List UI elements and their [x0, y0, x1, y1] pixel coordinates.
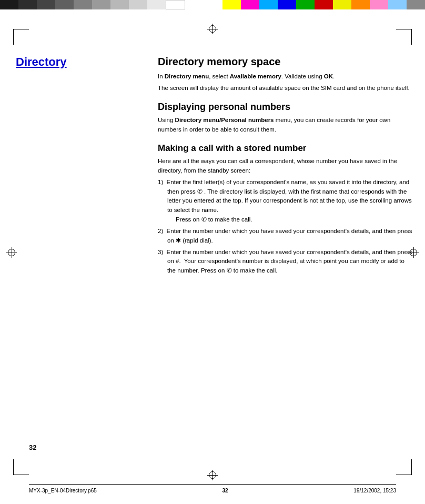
footer-date: 19/12/2002, 15:23 — [353, 488, 396, 493]
color-swatch — [241, 0, 259, 9]
color-swatch — [166, 0, 185, 9]
section-heading-stored: Making a call with a stored number — [158, 143, 414, 154]
corner-mark-br — [396, 459, 412, 475]
crosshair-bottom — [207, 470, 218, 480]
color-swatch — [110, 0, 129, 9]
color-swatch — [0, 0, 18, 9]
color-swatch — [147, 0, 166, 9]
color-swatch — [333, 0, 351, 9]
section-heading-memory: Directory memory space — [158, 55, 414, 68]
page-title: Directory — [16, 55, 67, 69]
color-bar — [0, 0, 425, 9]
color-swatch — [92, 0, 110, 9]
stored-intro: Here are all the ways you can call a cor… — [158, 157, 414, 176]
color-swatch — [315, 0, 333, 9]
color-swatch — [278, 0, 296, 9]
crosshair-left — [6, 247, 17, 258]
memory-para2: The screen will display the amount of av… — [158, 84, 414, 93]
color-swatch — [351, 0, 370, 9]
list-item-3: 3) Enter the number under which you have… — [158, 248, 414, 276]
list-item-1: 1) Enter the first letter(s) of your cor… — [158, 178, 414, 225]
list-item-2: 2) Enter the number under which you have… — [158, 227, 414, 246]
color-swatch — [259, 0, 278, 9]
memory-para1: In Directory menu, select Available memo… — [158, 72, 414, 82]
color-swatch — [296, 0, 315, 9]
color-swatch — [129, 0, 147, 9]
footer-filename: MYX-3p_EN-04Directory.p65 — [29, 488, 97, 493]
color-swatch — [74, 0, 92, 9]
section-heading-personal: Displaying personal numbers — [158, 102, 414, 113]
footer-page: 32 — [222, 488, 228, 493]
corner-mark-bl — [13, 459, 29, 475]
crosshair-top — [207, 24, 218, 34]
corner-mark-tl — [13, 29, 29, 45]
color-swatch — [55, 0, 74, 9]
page-number: 32 — [29, 443, 36, 451]
color-swatch — [388, 0, 407, 9]
color-swatch — [370, 0, 388, 9]
personal-para1: Using Directory menu/Personal numbers me… — [158, 116, 414, 135]
main-content: Directory memory space In Directory menu… — [158, 55, 414, 278]
footer: MYX-3p_EN-04Directory.p65 32 19/12/2002,… — [29, 484, 396, 493]
color-swatch — [18, 0, 37, 9]
color-swatch — [407, 0, 425, 9]
corner-mark-tr — [396, 29, 412, 45]
color-swatch — [37, 0, 55, 9]
color-swatch — [222, 0, 241, 9]
